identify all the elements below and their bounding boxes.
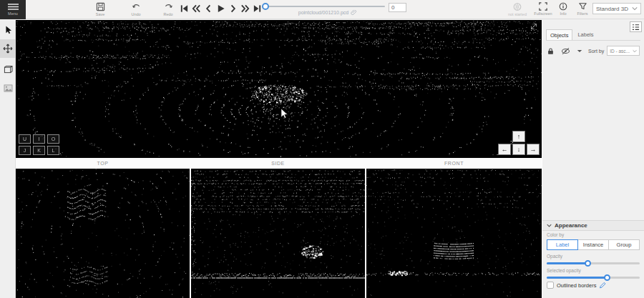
current-file-name[interactable]: pointcloud/001210.pcd (268, 9, 386, 15)
app-root: Menu Save Undo Redo (0, 0, 644, 298)
skip-to-end-button[interactable] (253, 4, 262, 14)
top-view-canvas[interactable] (16, 169, 190, 298)
hamburger-icon (8, 4, 19, 10)
sort-by-label: Sort by (588, 49, 604, 54)
sort-select-value: ID - asc... (610, 49, 630, 54)
arrow-right-button[interactable]: → (527, 144, 540, 155)
undo-label: Undo (131, 12, 140, 16)
undo-icon (132, 2, 141, 11)
objects-controls-row: Sort by ID - asc... (547, 45, 640, 56)
filters-label: Filters (577, 11, 588, 16)
key-hint-j[interactable]: J (19, 146, 31, 155)
expand-view-icon[interactable] (530, 22, 538, 31)
save-icon (96, 2, 105, 11)
opacity-slider[interactable] (547, 260, 640, 267)
key-hint-k[interactable]: K (33, 146, 45, 155)
fullscreen-icon (539, 2, 547, 11)
ortho-viewports (16, 169, 542, 298)
cuboid-tool-button[interactable] (0, 61, 16, 77)
selected-opacity-slider-fill (547, 277, 608, 279)
redo-button[interactable]: Redo (157, 2, 180, 16)
layout-mode-value: Standard 3D (596, 6, 628, 12)
main-3d-canvas[interactable] (16, 20, 542, 158)
image-tool-button[interactable] (0, 80, 16, 96)
key-hint-i[interactable]: I (33, 134, 45, 144)
info-icon (559, 2, 567, 11)
redo-label: Redo (163, 12, 172, 16)
side-view-label: SIDE (191, 161, 365, 166)
cuboid-icon (4, 65, 13, 74)
info-label: Info (560, 11, 566, 16)
fast-rewind-button[interactable] (192, 4, 201, 14)
previous-frame-button[interactable] (204, 4, 213, 14)
frame-number-input[interactable] (389, 3, 406, 12)
timeline-slider-track (265, 6, 385, 7)
link-icon[interactable] (351, 9, 356, 15)
top-view-label: TOP (16, 161, 190, 166)
nn-status-label: not started (508, 12, 527, 16)
menu-button[interactable]: Menu (0, 0, 26, 19)
playback-controls (180, 4, 262, 14)
key-hint-o[interactable]: O (47, 134, 59, 144)
play-button[interactable] (216, 4, 225, 14)
next-frame-button[interactable] (228, 4, 238, 14)
side-view-canvas[interactable] (191, 169, 365, 298)
undo-button[interactable]: Undo (125, 2, 147, 16)
color-by-group-option[interactable]: Group (609, 239, 640, 250)
pencil-icon[interactable] (599, 282, 606, 289)
nn-assistant-button[interactable]: not started (504, 2, 531, 16)
arrow-down-button[interactable]: ↓ (512, 144, 525, 155)
outlined-borders-label: Outlined borders (557, 282, 596, 289)
dropdown-caret-icon[interactable] (577, 49, 582, 53)
layout-mode-select[interactable]: Standard 3D (592, 3, 641, 14)
save-button[interactable]: Save (89, 2, 112, 16)
image-icon (4, 84, 13, 92)
brain-icon (512, 2, 522, 11)
opacity-slider-handle[interactable] (585, 260, 591, 267)
color-by-label-option[interactable]: Label (547, 239, 578, 250)
key-hint-l[interactable]: L (47, 146, 59, 155)
pointer-tool-button[interactable] (0, 22, 16, 38)
main-3d-viewport: U I O J K L ↑ ← ↓ → (16, 20, 542, 158)
skip-to-start-button[interactable] (180, 4, 189, 14)
cursor-arrow-icon (4, 25, 12, 35)
front-view-canvas[interactable] (366, 169, 542, 298)
appearance-section-header[interactable]: Appearance (542, 220, 644, 231)
arrow-up-button[interactable]: ↑ (512, 131, 525, 142)
outlined-borders-checkbox[interactable] (547, 282, 554, 289)
filters-button[interactable]: Filters (572, 2, 592, 16)
ortho-view-labels: TOP SIDE FRONT (16, 158, 542, 169)
selected-opacity-slider-handle[interactable] (604, 274, 610, 281)
arrow-left-button[interactable]: ← (498, 144, 511, 155)
file-name-text: pointcloud/001210.pcd (298, 10, 348, 15)
move-tool-button[interactable] (0, 39, 16, 58)
filter-icon (578, 2, 587, 11)
key-hint-u[interactable]: U (19, 134, 31, 144)
color-by-instance-option[interactable]: Instance (578, 239, 609, 250)
info-button[interactable]: Info (553, 2, 573, 16)
opacity-label: Opacity (547, 254, 562, 259)
fast-forward-button[interactable] (240, 4, 250, 14)
top-toolbar: Menu Save Undo Redo (0, 0, 644, 19)
move-icon (3, 44, 13, 54)
tab-labels[interactable]: Labels (572, 29, 598, 40)
left-tool-sidebar (0, 20, 16, 298)
selected-opacity-label: Selected opacity (547, 268, 581, 273)
right-panel: Objects Labels Sort by ID - asc... Ap (542, 20, 644, 298)
menu-label: Menu (8, 11, 18, 16)
color-by-button-group: Label Instance Group (547, 239, 640, 250)
panel-tabs: Objects Labels (546, 29, 640, 41)
save-label: Save (96, 12, 105, 16)
eye-slash-icon[interactable] (561, 47, 570, 55)
fullscreen-button[interactable]: Fullscreen (532, 2, 554, 16)
redo-icon (164, 2, 173, 11)
sort-select[interactable]: ID - asc... (607, 46, 640, 56)
selected-opacity-slider[interactable] (547, 274, 640, 281)
appearance-title: Appearance (555, 222, 587, 229)
lock-icon[interactable] (547, 47, 555, 55)
tab-objects[interactable]: Objects (546, 29, 572, 40)
chevron-down-icon (632, 6, 638, 11)
outlined-borders-row: Outlined borders (547, 282, 606, 289)
section-chevron-icon (547, 224, 552, 227)
keyboard-hints: U I O J K L (19, 134, 59, 155)
